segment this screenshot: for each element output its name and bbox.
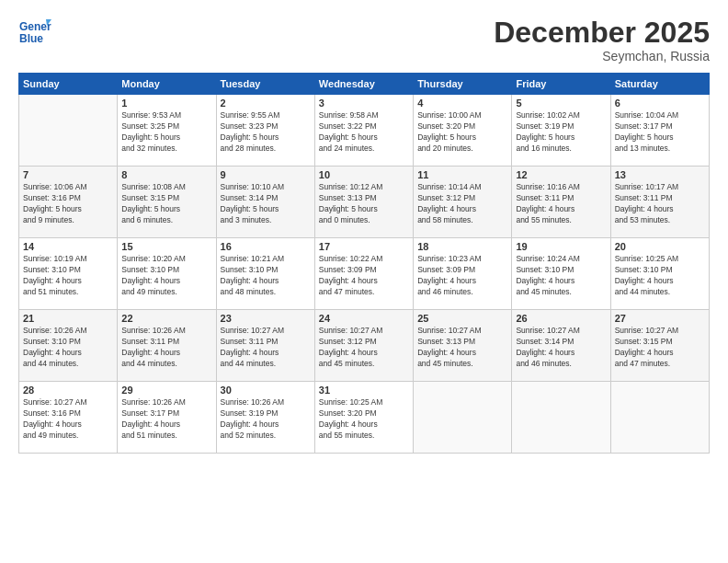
day-number: 7 bbox=[23, 169, 113, 180]
day-info: Sunrise: 10:16 AM Sunset: 3:11 PM Daylig… bbox=[516, 182, 606, 226]
day-number: 18 bbox=[417, 241, 507, 252]
day-info: Sunrise: 9:58 AM Sunset: 3:22 PM Dayligh… bbox=[319, 110, 409, 155]
day-info: Sunrise: 10:27 AM Sunset: 3:12 PM Daylig… bbox=[319, 326, 409, 370]
day-number: 4 bbox=[417, 98, 507, 109]
calendar-cell: 2Sunrise: 9:55 AM Sunset: 3:23 PM Daylig… bbox=[216, 95, 314, 167]
day-number: 26 bbox=[516, 313, 606, 324]
calendar-cell: 7Sunrise: 10:06 AM Sunset: 3:16 PM Dayli… bbox=[19, 167, 118, 238]
day-number: 6 bbox=[615, 98, 705, 109]
day-info: Sunrise: 10:27 AM Sunset: 3:15 PM Daylig… bbox=[615, 326, 705, 370]
calendar-cell: 16Sunrise: 10:21 AM Sunset: 3:10 PM Dayl… bbox=[216, 238, 314, 310]
day-info: Sunrise: 10:04 AM Sunset: 3:17 PM Daylig… bbox=[615, 110, 705, 155]
day-info: Sunrise: 10:26 AM Sunset: 3:10 PM Daylig… bbox=[23, 326, 113, 370]
calendar-cell: 18Sunrise: 10:23 AM Sunset: 3:09 PM Dayl… bbox=[414, 238, 512, 310]
calendar-cell: 9Sunrise: 10:10 AM Sunset: 3:14 PM Dayli… bbox=[216, 167, 314, 238]
day-number: 3 bbox=[319, 98, 409, 109]
day-number: 1 bbox=[121, 98, 211, 109]
day-info: Sunrise: 10:26 AM Sunset: 3:11 PM Daylig… bbox=[121, 326, 211, 370]
location: Seymchan, Russia bbox=[494, 49, 710, 63]
day-number: 13 bbox=[615, 169, 705, 180]
day-number: 22 bbox=[121, 313, 211, 324]
day-number: 5 bbox=[516, 98, 606, 109]
calendar-cell: 14Sunrise: 10:19 AM Sunset: 3:10 PM Dayl… bbox=[19, 238, 118, 310]
day-info: Sunrise: 10:06 AM Sunset: 3:16 PM Daylig… bbox=[23, 182, 113, 226]
logo-svg: General Blue bbox=[18, 17, 51, 50]
day-number: 12 bbox=[516, 169, 606, 180]
day-number: 16 bbox=[221, 241, 311, 252]
day-number: 15 bbox=[121, 241, 211, 252]
day-info: Sunrise: 9:55 AM Sunset: 3:23 PM Dayligh… bbox=[221, 110, 311, 155]
day-info: Sunrise: 10:00 AM Sunset: 3:20 PM Daylig… bbox=[417, 110, 507, 155]
day-info: Sunrise: 10:14 AM Sunset: 3:12 PM Daylig… bbox=[417, 182, 507, 226]
day-info: Sunrise: 10:17 AM Sunset: 3:11 PM Daylig… bbox=[615, 182, 705, 226]
day-number: 10 bbox=[319, 169, 409, 180]
calendar-cell: 31Sunrise: 10:25 AM Sunset: 3:20 PM Dayl… bbox=[314, 382, 413, 454]
day-number: 9 bbox=[221, 169, 311, 180]
header-day: Tuesday bbox=[216, 74, 314, 95]
day-number: 25 bbox=[417, 313, 507, 324]
day-number: 21 bbox=[23, 313, 113, 324]
day-number: 30 bbox=[221, 385, 311, 396]
calendar-cell: 10Sunrise: 10:12 AM Sunset: 3:13 PM Dayl… bbox=[314, 167, 413, 238]
calendar-cell: 23Sunrise: 10:27 AM Sunset: 3:11 PM Dayl… bbox=[216, 310, 314, 382]
day-number: 14 bbox=[23, 241, 113, 252]
calendar-cell: 11Sunrise: 10:14 AM Sunset: 3:12 PM Dayl… bbox=[414, 167, 512, 238]
calendar-week-row: 1Sunrise: 9:53 AM Sunset: 3:25 PM Daylig… bbox=[19, 95, 710, 167]
day-info: Sunrise: 10:27 AM Sunset: 3:11 PM Daylig… bbox=[221, 326, 311, 370]
day-info: Sunrise: 10:26 AM Sunset: 3:19 PM Daylig… bbox=[221, 397, 311, 442]
calendar-cell: 15Sunrise: 10:20 AM Sunset: 3:10 PM Dayl… bbox=[118, 238, 216, 310]
day-info: Sunrise: 10:12 AM Sunset: 3:13 PM Daylig… bbox=[319, 182, 409, 226]
calendar-cell: 6Sunrise: 10:04 AM Sunset: 3:17 PM Dayli… bbox=[610, 95, 709, 167]
calendar-cell: 20Sunrise: 10:25 AM Sunset: 3:10 PM Dayl… bbox=[610, 238, 709, 310]
header-day: Saturday bbox=[610, 74, 709, 95]
day-number: 28 bbox=[23, 385, 113, 396]
day-number: 17 bbox=[319, 241, 409, 252]
calendar-week-row: 28Sunrise: 10:27 AM Sunset: 3:16 PM Dayl… bbox=[19, 382, 710, 454]
title-block: December 2025 Seymchan, Russia bbox=[494, 17, 710, 63]
day-info: Sunrise: 10:27 AM Sunset: 3:16 PM Daylig… bbox=[23, 397, 113, 442]
header-day: Monday bbox=[118, 74, 216, 95]
day-number: 2 bbox=[221, 98, 311, 109]
day-info: Sunrise: 10:22 AM Sunset: 3:09 PM Daylig… bbox=[319, 254, 409, 298]
day-number: 20 bbox=[615, 241, 705, 252]
calendar-week-row: 14Sunrise: 10:19 AM Sunset: 3:10 PM Dayl… bbox=[19, 238, 710, 310]
day-info: Sunrise: 10:08 AM Sunset: 3:15 PM Daylig… bbox=[121, 182, 211, 226]
calendar-cell bbox=[414, 382, 512, 454]
calendar-cell: 30Sunrise: 10:26 AM Sunset: 3:19 PM Dayl… bbox=[216, 382, 314, 454]
calendar-week-row: 7Sunrise: 10:06 AM Sunset: 3:16 PM Dayli… bbox=[19, 167, 710, 238]
day-info: Sunrise: 10:23 AM Sunset: 3:09 PM Daylig… bbox=[417, 254, 507, 298]
day-number: 11 bbox=[417, 169, 507, 180]
header-row: SundayMondayTuesdayWednesdayThursdayFrid… bbox=[19, 74, 710, 95]
day-info: Sunrise: 10:27 AM Sunset: 3:13 PM Daylig… bbox=[417, 326, 507, 370]
calendar-cell: 13Sunrise: 10:17 AM Sunset: 3:11 PM Dayl… bbox=[610, 167, 709, 238]
day-info: Sunrise: 10:25 AM Sunset: 3:10 PM Daylig… bbox=[615, 254, 705, 298]
header-day: Wednesday bbox=[314, 74, 413, 95]
day-info: Sunrise: 10:24 AM Sunset: 3:10 PM Daylig… bbox=[516, 254, 606, 298]
day-info: Sunrise: 10:25 AM Sunset: 3:20 PM Daylig… bbox=[319, 397, 409, 442]
calendar-cell: 4Sunrise: 10:00 AM Sunset: 3:20 PM Dayli… bbox=[414, 95, 512, 167]
day-number: 8 bbox=[121, 169, 211, 180]
calendar-week-row: 21Sunrise: 10:26 AM Sunset: 3:10 PM Dayl… bbox=[19, 310, 710, 382]
calendar-cell: 3Sunrise: 9:58 AM Sunset: 3:22 PM Daylig… bbox=[314, 95, 413, 167]
day-number: 31 bbox=[319, 385, 409, 396]
day-info: Sunrise: 10:21 AM Sunset: 3:10 PM Daylig… bbox=[221, 254, 311, 298]
calendar-cell: 25Sunrise: 10:27 AM Sunset: 3:13 PM Dayl… bbox=[414, 310, 512, 382]
calendar-cell: 12Sunrise: 10:16 AM Sunset: 3:11 PM Dayl… bbox=[512, 167, 610, 238]
day-info: Sunrise: 10:26 AM Sunset: 3:17 PM Daylig… bbox=[121, 397, 211, 442]
header-day: Thursday bbox=[414, 74, 512, 95]
day-number: 29 bbox=[121, 385, 211, 396]
calendar-cell: 8Sunrise: 10:08 AM Sunset: 3:15 PM Dayli… bbox=[118, 167, 216, 238]
calendar-cell bbox=[610, 382, 709, 454]
day-info: Sunrise: 10:19 AM Sunset: 3:10 PM Daylig… bbox=[23, 254, 113, 298]
calendar-cell: 21Sunrise: 10:26 AM Sunset: 3:10 PM Dayl… bbox=[19, 310, 118, 382]
calendar-cell: 27Sunrise: 10:27 AM Sunset: 3:15 PM Dayl… bbox=[610, 310, 709, 382]
month-title: December 2025 bbox=[494, 17, 710, 49]
calendar-cell bbox=[19, 95, 118, 167]
calendar-cell: 19Sunrise: 10:24 AM Sunset: 3:10 PM Dayl… bbox=[512, 238, 610, 310]
page: General Blue December 2025 Seymchan, Rus… bbox=[0, 0, 728, 563]
header-day: Friday bbox=[512, 74, 610, 95]
calendar-cell: 17Sunrise: 10:22 AM Sunset: 3:09 PM Dayl… bbox=[314, 238, 413, 310]
day-info: Sunrise: 10:10 AM Sunset: 3:14 PM Daylig… bbox=[221, 182, 311, 226]
day-number: 24 bbox=[319, 313, 409, 324]
day-number: 19 bbox=[516, 241, 606, 252]
